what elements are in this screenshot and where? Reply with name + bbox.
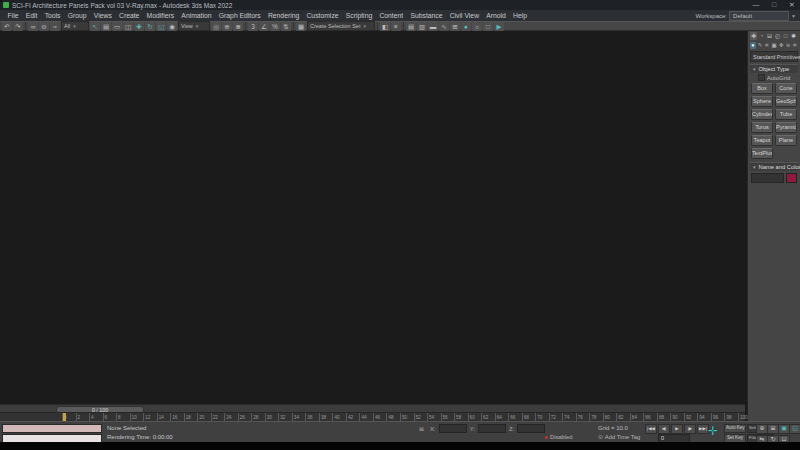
select-object-icon[interactable]: ↖ (90, 22, 100, 31)
named-selection-set-dropdown[interactable]: Create Selection Set▼ (307, 21, 375, 31)
select-and-rotate-icon[interactable]: ↻ (145, 22, 155, 31)
track-bar[interactable]: 0246810121416182022242628303234363840424… (0, 412, 745, 421)
menu-animation[interactable]: Animation (178, 12, 215, 19)
workspace-value[interactable]: Default (729, 11, 789, 21)
schematic-view-icon[interactable]: ⊞ (450, 22, 460, 31)
primitive-button-pyramid[interactable]: Pyramid (775, 122, 797, 133)
maxscript-mini-listener[interactable] (2, 424, 102, 440)
menu-rendering[interactable]: Rendering (264, 12, 303, 19)
tab-display-icon[interactable]: □ (782, 32, 789, 40)
select-and-link-icon[interactable]: ∞ (28, 22, 38, 31)
y-coordinate-field[interactable] (478, 424, 506, 433)
menu-file[interactable]: File (4, 12, 22, 19)
primitive-button-torus[interactable]: Torus (751, 122, 773, 133)
rendered-frame-window-icon[interactable]: □ (483, 22, 493, 31)
select-and-move-icon[interactable]: ✚ (134, 22, 144, 31)
menu-graph-editors[interactable]: Graph Editors (215, 12, 264, 19)
category-systems-icon[interactable]: ✳ (792, 42, 798, 49)
mirror-icon[interactable]: ◧ (380, 22, 390, 31)
menu-modifiers[interactable]: Modifiers (143, 12, 178, 19)
tab-modify-icon[interactable]: ◔ (758, 32, 765, 40)
object-type-rollout[interactable]: ▼ Object Type (750, 64, 798, 73)
toggle-layer-explorer-icon[interactable]: ▥ (417, 22, 427, 31)
menu-edit[interactable]: Edit (22, 12, 41, 19)
spinner-snap-toggle-icon[interactable]: ⇅ (281, 22, 291, 31)
curve-editor-icon[interactable]: ∿ (439, 22, 449, 31)
align-icon[interactable]: ≡ (391, 22, 401, 31)
select-by-name-icon[interactable]: ▤ (101, 22, 111, 31)
autogrid-checkbox[interactable]: AutoGrid (748, 74, 800, 81)
menu-views[interactable]: Views (90, 12, 115, 19)
zoom-extents-all-icon[interactable]: ◱ (789, 424, 800, 434)
primitive-button-tube[interactable]: Tube (775, 109, 797, 120)
menu-substance[interactable]: Substance (407, 12, 446, 19)
primitive-button-box[interactable]: Box (751, 83, 773, 94)
checkbox-icon[interactable] (758, 74, 765, 81)
material-editor-icon[interactable]: ● (461, 22, 471, 31)
undo-icon[interactable]: ↶ (2, 22, 12, 31)
menu-group[interactable]: Group (64, 12, 90, 19)
use-pivot-point-center-icon[interactable]: ◎ (211, 22, 221, 31)
snap-toggle-3d-icon[interactable]: 3 (248, 22, 258, 31)
previous-frame-button[interactable]: ◀| (658, 424, 670, 434)
bind-to-space-warp-icon[interactable]: ≈ (50, 22, 60, 31)
menu-scripting[interactable]: Scripting (342, 12, 376, 19)
category-space-warps-icon[interactable]: ≋ (785, 42, 791, 49)
menu-tools[interactable]: Tools (41, 12, 64, 19)
category-geometry-icon[interactable]: ● (750, 42, 756, 49)
close-button[interactable]: ✕ (787, 0, 797, 10)
edit-named-selection-sets-icon[interactable]: ▦ (296, 22, 306, 31)
selection-filter-dropdown[interactable]: All▼ (61, 21, 89, 31)
workspace-selector[interactable]: Workspace: Default ▼ (695, 11, 796, 21)
keyboard-shortcut-override-icon[interactable]: ≣ (233, 22, 243, 31)
primitive-button-teapot[interactable]: Teapot (751, 135, 773, 146)
x-coordinate-field[interactable] (439, 424, 467, 433)
add-time-tag[interactable]: ⊙ Add Time Tag (598, 434, 640, 440)
selection-lock-toggle-icon[interactable]: ⊠ (419, 425, 424, 432)
tab-motion-icon[interactable]: ◴ (774, 32, 781, 40)
tab-create-icon[interactable]: ✚ (750, 32, 757, 40)
menu-content[interactable]: Content (376, 12, 407, 19)
maximize-button[interactable]: □ (769, 0, 779, 10)
tab-hierarchy-icon[interactable]: ⊟ (766, 32, 773, 40)
go-to-start-button[interactable]: |◀◀ (645, 424, 657, 434)
toggle-scene-explorer-icon[interactable]: ▤ (406, 22, 416, 31)
primitive-button-geosphere[interactable]: GeoSphere (775, 96, 797, 107)
category-lights-icon[interactable]: ☀ (764, 42, 770, 49)
percent-snap-toggle-icon[interactable]: % (270, 22, 280, 31)
viewport-perspective[interactable]: [+][Perspective][Standard][Default Shadi… (0, 0, 2, 2)
object-name-field[interactable] (751, 173, 784, 183)
category-cameras-icon[interactable]: ▣ (771, 42, 777, 49)
menu-create[interactable]: Create (115, 12, 143, 19)
adaptive-degradation-toggle[interactable]: Disabled (545, 434, 573, 440)
primitive-button-textplus[interactable]: TextPlus (751, 148, 773, 159)
render-setup-icon[interactable]: ☼ (472, 22, 482, 31)
rectangular-selection-region-icon[interactable]: ▭ (112, 22, 122, 31)
category-helpers-icon[interactable]: ✜ (778, 42, 784, 49)
next-frame-button[interactable]: |▶ (684, 424, 696, 434)
redo-icon[interactable]: ↷ (13, 22, 23, 31)
window-crossing-toggle-icon[interactable]: ◫ (123, 22, 133, 31)
render-production-icon[interactable]: ▶ (494, 22, 504, 31)
select-and-manipulate-icon[interactable]: ⊕ (222, 22, 232, 31)
play-button[interactable]: ▶ (671, 424, 683, 434)
primitive-category-dropdown[interactable]: Standard Primitives▼ (750, 51, 798, 62)
name-and-color-rollout[interactable]: ▼ Name and Color (750, 162, 798, 171)
z-coordinate-field[interactable] (517, 424, 545, 433)
minimize-button[interactable]: — (751, 0, 761, 10)
macro-recorder-field[interactable] (2, 424, 102, 433)
reference-coordinate-system-dropdown[interactable]: View▼ (178, 21, 210, 31)
select-and-scale-icon[interactable]: ◱ (156, 22, 166, 31)
toggle-ribbon-icon[interactable]: ▬ (428, 22, 438, 31)
primitive-button-cylinder[interactable]: Cylinder (751, 109, 773, 120)
primitive-button-cone[interactable]: Cone (775, 83, 797, 94)
object-color-swatch[interactable] (786, 173, 797, 183)
menu-customize[interactable]: Customize (303, 12, 342, 19)
menu-help[interactable]: Help (509, 12, 530, 19)
tab-utilities-icon[interactable]: ✱ (790, 32, 797, 40)
menu-civil-view[interactable]: Civil View (446, 12, 483, 19)
category-shapes-icon[interactable]: ✎ (757, 42, 763, 49)
primitive-button-sphere[interactable]: Sphere (751, 96, 773, 107)
angle-snap-toggle-icon[interactable]: ∠ (259, 22, 269, 31)
select-and-place-icon[interactable]: ◉ (167, 22, 177, 31)
